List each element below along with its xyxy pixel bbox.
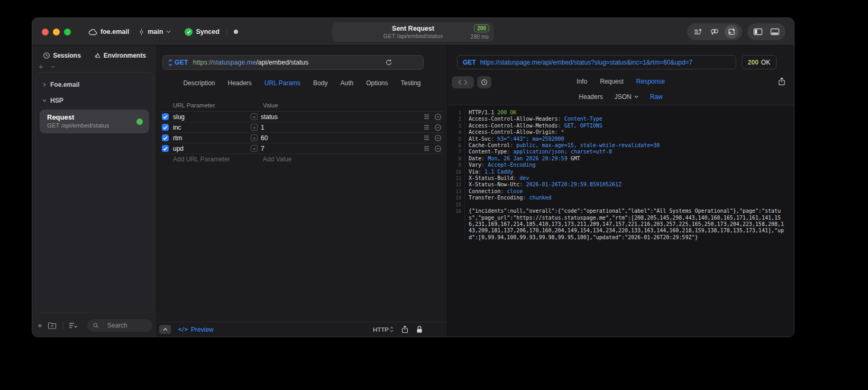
tab-url-params[interactable]: URL Params [264, 79, 300, 87]
new-folder-icon[interactable] [48, 322, 57, 329]
request-url-bar[interactable]: GET https://statuspage.me/api/embed/stat… [162, 55, 424, 70]
drag-handle-icon[interactable] [424, 114, 430, 119]
tab-response[interactable]: Response [636, 78, 665, 85]
request-editor-tabs: DescriptionHeadersURL ParamsBodyAuthOpti… [157, 79, 447, 87]
remove-param-button[interactable] [434, 134, 442, 142]
lock-icon[interactable] [416, 325, 423, 333]
drag-handle-icon[interactable] [424, 135, 430, 140]
param-name-input[interactable]: inc [173, 124, 251, 131]
request-editor-panel: GET https://statuspage.me/api/embed/stat… [157, 46, 447, 337]
branch-icon [139, 28, 144, 36]
remove-param-button[interactable] [434, 113, 442, 121]
sidebar-group-hsp[interactable]: HSP [40, 93, 149, 108]
remove-param-button[interactable] [434, 124, 442, 131]
refresh-icon[interactable] [385, 59, 392, 66]
zoom-window-button[interactable] [64, 29, 71, 35]
protocol-select[interactable]: HTTP [373, 326, 394, 333]
code-icon: </> [178, 326, 188, 332]
export-response-icon[interactable] [778, 77, 785, 86]
minimize-window-button[interactable] [53, 29, 60, 35]
tab-description[interactable]: Description [183, 79, 215, 87]
sync-loop-icon[interactable] [708, 25, 721, 39]
request-status-pill[interactable]: Sent Request GET /api/embed/status 200 2… [332, 22, 494, 42]
line-text: Content-Type: application/json; charset=… [464, 149, 790, 155]
drag-handle-icon[interactable] [424, 125, 430, 130]
project-selector[interactable]: foe.email [88, 28, 129, 35]
sent-request-subtitle: GET /api/embed/status [383, 33, 443, 40]
tab-headers[interactable]: Headers [579, 93, 602, 101]
equals-icon: = [251, 145, 258, 152]
remove-session-button[interactable]: − [51, 63, 56, 70]
method-select-icon[interactable] [168, 59, 172, 66]
line-text [464, 202, 790, 208]
param-value-input[interactable]: 7 [261, 145, 424, 152]
titlebar-divider [226, 28, 227, 36]
line-text: X-Status-Build: dev [464, 175, 790, 182]
expand-panel-button[interactable] [159, 325, 171, 334]
preview-button[interactable]: </> Preview [178, 326, 214, 333]
response-body[interactable]: 1HTTP/1.1 200 OK2Access-Control-Allow-He… [447, 105, 794, 337]
record-dot-icon[interactable] [234, 30, 238, 34]
tab-options[interactable]: Options [366, 79, 388, 87]
request-method[interactable]: GET [175, 59, 188, 66]
add-session-button[interactable]: + [39, 63, 43, 70]
status-text: OK [761, 59, 770, 66]
session-list: Foe.email HSP Request GET /api/embed/sta… [35, 72, 153, 313]
tab-environments[interactable]: Environments [94, 52, 146, 59]
new-request-button[interactable]: + [38, 322, 42, 329]
sidebar-group-foe-email[interactable]: Foe.email [40, 77, 149, 93]
preview-label: Preview [191, 326, 214, 333]
share-icon[interactable] [401, 325, 408, 333]
line-number: 6 [452, 142, 464, 149]
sent-request-title: Sent Request [392, 25, 434, 33]
remove-param-button[interactable] [434, 145, 442, 152]
tab-raw[interactable]: Raw [650, 93, 663, 101]
param-enabled-checkbox[interactable] [162, 145, 169, 152]
toggle-bottom-panel-icon[interactable] [768, 25, 782, 39]
param-name-input[interactable]: rtm [173, 134, 251, 142]
tab-testing[interactable]: Testing [401, 79, 421, 87]
param-value-input[interactable]: 60 [261, 134, 424, 142]
sent-request-url-box[interactable]: GET https://statuspage.me/api/embed/stat… [457, 55, 736, 69]
param-value-input[interactable]: 1 [261, 124, 424, 131]
tab-sessions[interactable]: Sessions [43, 52, 81, 59]
drag-handle-icon[interactable] [424, 146, 430, 151]
param-value-input[interactable]: status [261, 113, 424, 121]
viewer-subtabs: HeadersJSONRaw [447, 93, 794, 101]
response-line: 7Content-Type: application/json; charset… [452, 149, 790, 155]
response-nav: InfoRequestResponse [447, 76, 794, 89]
titlebar: foe.email main Synced Sent Requ [32, 18, 794, 46]
export-lines-icon[interactable] [691, 25, 705, 39]
add-url-parameter-field[interactable]: Add URL Parameter [173, 156, 230, 163]
sidebar-item-request-selected[interactable]: Request GET /api/embed/status [40, 110, 149, 133]
protocol-label: HTTP [373, 326, 389, 333]
equals-icon: = [251, 134, 258, 141]
branch-selector[interactable]: main [139, 28, 174, 36]
environments-tab-label: Environments [104, 52, 146, 59]
success-dot-icon [136, 119, 143, 125]
tab-auth[interactable]: Auth [340, 79, 353, 87]
select-updown-icon [390, 326, 394, 332]
send-receive-icon[interactable] [725, 25, 738, 39]
close-window-button[interactable] [42, 29, 49, 35]
response-method: GET [463, 59, 476, 66]
param-enabled-checkbox[interactable] [162, 113, 169, 120]
param-row: rtm=60 [159, 133, 444, 143]
response-line: 15 [452, 202, 790, 208]
tab-headers[interactable]: Headers [227, 79, 251, 87]
sync-status[interactable]: Synced [185, 28, 219, 36]
param-name-input[interactable]: upd [173, 145, 251, 152]
search-input[interactable]: Search [87, 319, 152, 332]
tab-request[interactable]: Request [600, 78, 624, 85]
param-enabled-checkbox[interactable] [162, 124, 169, 131]
app-window: foe.email main Synced Sent Requ [32, 17, 794, 337]
collapse-all-icon[interactable] [69, 322, 78, 329]
tab-info[interactable]: Info [577, 78, 587, 85]
param-enabled-checkbox[interactable] [162, 134, 169, 141]
toggle-sidebar-icon[interactable] [751, 25, 765, 39]
add-value-field[interactable]: Add Value [263, 156, 292, 163]
tab-body[interactable]: Body [313, 79, 327, 87]
param-name-input[interactable]: slug [173, 113, 251, 121]
tab-json[interactable]: JSON [615, 93, 638, 101]
line-text: Access-Control-Allow-Headers: Content-Ty… [464, 116, 790, 122]
